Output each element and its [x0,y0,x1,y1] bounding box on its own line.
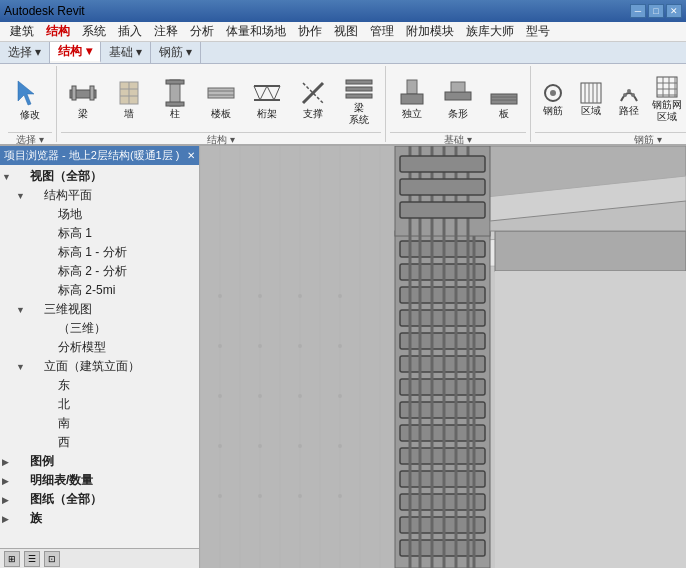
tree-toggle[interactable]: ▶ [2,495,16,505]
column-button[interactable]: 柱 [153,68,197,130]
ribbon-tab-structure[interactable]: 结构 ▾ [50,42,100,63]
tree-item[interactable]: ▼三维视图 [2,300,197,319]
svg-line-18 [267,86,274,100]
tree-toggle[interactable]: ▼ [16,305,30,315]
menu-item-analyze[interactable]: 分析 [184,21,220,42]
svg-line-20 [303,83,323,103]
tree-toggle[interactable]: ▼ [2,172,16,182]
wall-button[interactable]: 墙 [107,68,151,130]
slab-foundation-button[interactable]: 板 [482,68,526,130]
tree-item-label: 标高 2 - 分析 [58,263,127,280]
svg-point-110 [298,294,302,298]
menu-item-architecture[interactable]: 建筑 [4,21,40,42]
floor-button[interactable]: 楼板 [199,68,243,130]
tree-item-label: 东 [58,377,70,394]
menu-item-massing[interactable]: 体量和场地 [220,21,292,42]
tree-item[interactable]: （三维） [2,319,197,338]
ribbon-group-select: 修改 选择 ▾ [4,66,57,142]
pb-footer-btn-1[interactable]: ⊞ [4,551,20,567]
ribbon-tab-select[interactable]: 选择 ▾ [0,42,50,63]
svg-point-116 [218,394,222,398]
tree-item-label: （三维） [58,320,106,337]
tree-item[interactable]: 标高 1 - 分析 [2,243,197,262]
pb-footer-btn-3[interactable]: ⊡ [44,551,60,567]
ribbon-tabs: 选择 ▾ 结构 ▾ 基础 ▾ 钢筋 ▾ [0,42,686,64]
menu-item-insert[interactable]: 插入 [112,21,148,42]
beam-button[interactable]: 梁 [61,68,105,130]
menu-item-annotate[interactable]: 注释 [148,21,184,42]
menu-item-addins[interactable]: 附加模块 [400,21,460,42]
modify-button[interactable]: 修改 [8,68,52,130]
rebar-region-button[interactable]: 区域 [573,68,609,130]
menu-item-system[interactable]: 系统 [76,21,112,42]
isolated-foundation-button[interactable]: 独立 [390,68,434,130]
svg-point-117 [258,394,262,398]
tree-item[interactable]: 分析模型 [2,338,197,357]
truss-button[interactable]: 桁架 [245,68,289,130]
rebar-path-button[interactable]: 路径 [611,68,647,130]
tree-toggle[interactable]: ▶ [2,514,16,524]
menu-item-collaborate[interactable]: 协作 [292,21,328,42]
tree-toggle[interactable]: ▶ [2,457,16,467]
tree-item[interactable]: ▶明细表/数量 [2,471,197,490]
svg-point-125 [258,494,262,498]
menu-item-view[interactable]: 视图 [328,21,364,42]
3d-view[interactable]: Ea [200,146,686,568]
maximize-button[interactable]: □ [648,4,664,18]
svg-rect-27 [445,92,471,100]
rebar-button[interactable]: 钢筋 [535,68,571,130]
strip-foundation-button[interactable]: 条形 [436,68,480,130]
svg-point-121 [258,444,262,448]
tree-item-label: 场地 [58,206,82,223]
brace-button[interactable]: 支撑 [291,68,335,130]
tree-item[interactable]: 标高 2 - 分析 [2,262,197,281]
menu-item-manage[interactable]: 管理 [364,21,400,42]
tree-item-label: 视图（全部） [30,168,102,185]
project-browser-close[interactable]: ✕ [187,150,195,161]
project-browser-content[interactable]: ▼视图（全部）▼结构平面场地标高 1标高 1 - 分析标高 2 - 分析标高 2… [0,165,199,548]
minimize-button[interactable]: ─ [630,4,646,18]
svg-point-33 [550,90,556,96]
project-browser-title: 项目浏览器 - 地上2层结构(暖通1层 ) [4,148,179,163]
menu-item-structure[interactable]: 结构 [40,21,76,42]
tree-item-label: 明细表/数量 [30,472,93,489]
tree-item[interactable]: ▼立面（建筑立面） [2,357,197,376]
svg-rect-42 [657,77,677,97]
tree-item[interactable]: 北 [2,395,197,414]
app-title: Autodesk Revit [4,4,85,18]
ribbon-tab-foundation[interactable]: 基础 ▾ [101,42,151,63]
tree-item[interactable]: 南 [2,414,197,433]
window-controls[interactable]: ─ □ ✕ [630,4,682,18]
tree-toggle[interactable]: ▼ [16,362,30,372]
svg-point-41 [631,93,635,97]
main-area: 项目浏览器 - 地上2层结构(暖通1层 ) ✕ ▼视图（全部）▼结构平面场地标高… [0,146,686,568]
svg-point-127 [338,494,342,498]
svg-point-120 [218,444,222,448]
svg-rect-22 [346,80,372,84]
tree-item[interactable]: ▶图纸（全部） [2,490,197,509]
tree-toggle[interactable]: ▼ [16,191,30,201]
menu-item-family[interactable]: 族库大师 [460,21,520,42]
menu-item-type[interactable]: 型号 [520,21,556,42]
pb-footer-btn-2[interactable]: ☰ [24,551,40,567]
svg-rect-34 [581,83,601,103]
tree-item[interactable]: ▼结构平面 [2,186,197,205]
tree-item[interactable]: 场地 [2,205,197,224]
tree-item[interactable]: 西 [2,433,197,452]
close-button[interactable]: ✕ [666,4,682,18]
tree-item[interactable]: 标高 1 [2,224,197,243]
ribbon-tab-rebar[interactable]: 钢筋 ▾ [151,42,201,63]
tree-item[interactable]: ▶图例 [2,452,197,471]
tree-toggle[interactable]: ▶ [2,476,16,486]
tree-item[interactable]: 东 [2,376,197,395]
tree-item[interactable]: 标高 2-5mi [2,281,197,300]
svg-point-111 [338,294,342,298]
svg-rect-128 [495,271,686,568]
ribbon-group-structure: 梁 墙 柱 [57,66,386,142]
tree-item[interactable]: ▼视图（全部） [2,167,197,186]
svg-point-123 [338,444,342,448]
beam-system-button[interactable]: 梁系统 [337,68,381,130]
rebar-mesh-region-button[interactable]: 钢筋网区域 [649,68,685,130]
tree-item-label: 南 [58,415,70,432]
tree-item[interactable]: ▶族 [2,509,197,528]
